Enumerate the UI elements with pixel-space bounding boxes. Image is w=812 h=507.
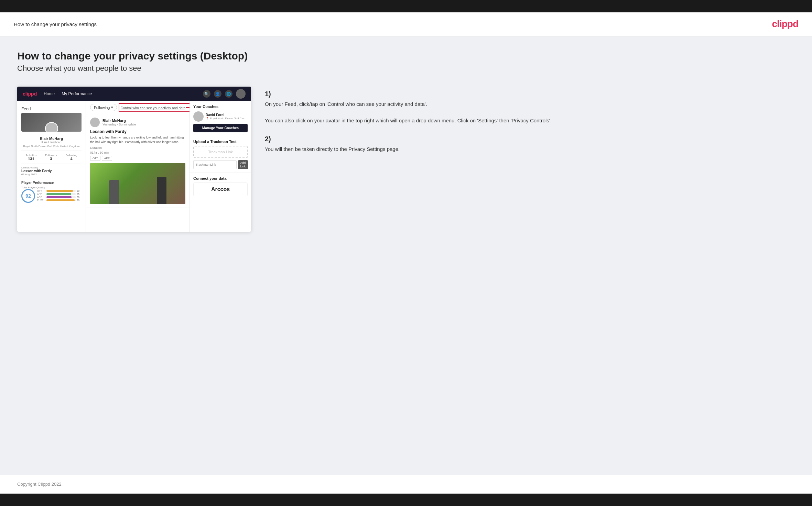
- profile-handicap: Plus Handicap: [21, 141, 82, 144]
- coach-club: 📍 Royal North Devon Golf Club: [206, 117, 245, 120]
- article-title: How to change your privacy settings (Des…: [17, 50, 795, 62]
- player-performance: Player Performance Total Player Quality …: [21, 178, 82, 203]
- site-header: How to change your privacy settings clip…: [0, 12, 812, 36]
- golf-figure-right: [157, 177, 166, 204]
- post-image: [90, 163, 185, 204]
- golf-figure-left: [109, 180, 119, 204]
- connect-title: Connect your data: [193, 176, 248, 180]
- instruction-2-number: 2): [265, 135, 795, 143]
- feed-header: Following ▾ Control who can see your act…: [86, 101, 190, 114]
- coaches-section: Your Coaches David Ford 📍 Royal North De…: [190, 101, 251, 136]
- instruction-2: 2) You will then be taken directly to th…: [265, 135, 795, 153]
- site-footer: Copyright Clippd 2022: [0, 475, 812, 494]
- profile-avatar-img: [45, 122, 58, 132]
- globe-icon[interactable]: 🌐: [225, 90, 232, 98]
- app-sidebar: Feed Blair McHarg Plus Handicap Royal No…: [17, 101, 86, 232]
- coach-name: David Ford: [206, 113, 245, 117]
- stat-following: Following 4: [66, 154, 77, 161]
- feed-tab[interactable]: Feed: [21, 105, 82, 113]
- app-logo: clippd: [23, 91, 37, 97]
- latest-activity: Latest Activity Lesson with Fordy 03 Aug…: [21, 164, 82, 178]
- app-feed: Following ▾ Control who can see your act…: [86, 101, 190, 232]
- bar-putt: PUTT 96: [37, 199, 82, 201]
- trackman-link-box: Trackman Link: [193, 146, 248, 158]
- tag-ott: OTT: [90, 156, 100, 161]
- app-navbar: clippd Home My Performance 🔍 👤 🌐: [17, 87, 251, 101]
- app-right-panel: Your Coaches David Ford 📍 Royal North De…: [190, 101, 251, 232]
- post-description: Looking to feel like my hands are exitin…: [90, 135, 185, 144]
- coach-item: David Ford 📍 Royal North Devon Golf Club: [193, 111, 248, 122]
- search-icon[interactable]: 🔍: [203, 90, 210, 98]
- profile-name: Blair McHarg: [21, 136, 82, 141]
- tpq-row: 92 OTT 90 APP 85: [21, 189, 82, 203]
- coach-avatar: [193, 111, 204, 122]
- connect-section: Connect your data Arccos: [190, 173, 251, 200]
- bar-arg: ARG 86: [37, 196, 82, 198]
- trackman-section: Upload a Trackman Test Trackman Link Add…: [190, 136, 251, 173]
- circle-score: 92: [21, 189, 35, 203]
- top-bar: [0, 0, 812, 12]
- bottom-bar: [0, 494, 812, 506]
- arccos-box: Arccos: [193, 183, 248, 196]
- article-subtitle: Choose what you want people to see: [17, 64, 795, 73]
- post-header: Blair McHarg Yesterday · Sunningdale: [90, 118, 185, 127]
- nav-my-performance[interactable]: My Performance: [62, 91, 92, 96]
- bars-col: OTT 90 APP 85 ARG: [37, 190, 82, 202]
- post-avatar: [90, 118, 100, 127]
- app-screenshot: clippd Home My Performance 🔍 👤 🌐 Feed: [17, 87, 251, 232]
- following-button[interactable]: Following ▾: [90, 104, 117, 111]
- post-tags: OTT APP: [90, 156, 185, 161]
- instruction-1-text: On your Feed, click/tap on 'Control who …: [265, 100, 795, 125]
- tag-app: APP: [102, 156, 112, 161]
- instruction-2-text: You will then be taken directly to the P…: [265, 145, 795, 153]
- site-logo: clippd: [772, 19, 798, 30]
- post-author: Blair McHarg: [102, 119, 136, 123]
- copyright-text: Copyright Clippd 2022: [17, 482, 62, 487]
- bar-ott: OTT 90: [37, 190, 82, 192]
- trackman-link-input[interactable]: [193, 160, 237, 169]
- arccos-text: Arccos: [211, 186, 230, 192]
- instructions-column: 1) On your Feed, click/tap on 'Control w…: [265, 87, 795, 164]
- add-link-button[interactable]: Add Link: [238, 160, 248, 169]
- trackman-title: Upload a Trackman Test: [193, 140, 248, 144]
- profile-stats: Activities 131 Followers 3 Following 4: [21, 151, 82, 164]
- instruction-1-number: 1): [265, 90, 795, 98]
- coaches-title: Your Coaches: [193, 104, 248, 109]
- instruction-1: 1) On your Feed, click/tap on 'Control w…: [265, 90, 795, 125]
- trackman-link-label: Trackman Link: [208, 150, 233, 154]
- app-body: Feed Blair McHarg Plus Handicap Royal No…: [17, 101, 251, 232]
- nav-icons: 🔍 👤 🌐: [203, 89, 246, 99]
- stat-followers: Followers 3: [45, 154, 57, 161]
- post-title: Lesson with Fordy: [90, 129, 185, 134]
- page-breadcrumb: How to change your privacy settings: [14, 21, 97, 27]
- user-icon[interactable]: 👤: [214, 90, 221, 98]
- user-avatar[interactable]: [236, 89, 246, 99]
- control-privacy-link[interactable]: Control who can see your activity and da…: [121, 106, 185, 110]
- content-columns: clippd Home My Performance 🔍 👤 🌐 Feed: [17, 87, 795, 232]
- main-content: How to change your privacy settings (Des…: [0, 36, 812, 475]
- post-duration: Duration: [90, 146, 185, 150]
- manage-coaches-button[interactable]: Manage Your Coaches: [193, 124, 248, 132]
- profile-club: Royal North Devon Golf Club, United King…: [21, 145, 82, 148]
- post-duration-value: 01 hr : 30 min: [90, 151, 185, 154]
- annotation-arrow-line: [186, 107, 190, 108]
- feed-post: Blair McHarg Yesterday · Sunningdale Les…: [86, 114, 190, 208]
- post-location: Yesterday · Sunningdale: [102, 123, 136, 126]
- stat-activities: Activities 131: [26, 154, 37, 161]
- profile-info: Blair McHarg Plus Handicap Royal North D…: [21, 136, 82, 151]
- bar-app: APP 85: [37, 193, 82, 195]
- nav-home[interactable]: Home: [44, 91, 55, 96]
- profile-banner: [21, 113, 82, 132]
- annotation-wrapper: Control who can see your activity and da…: [121, 104, 185, 111]
- trackman-input-row: Add Link: [193, 160, 248, 169]
